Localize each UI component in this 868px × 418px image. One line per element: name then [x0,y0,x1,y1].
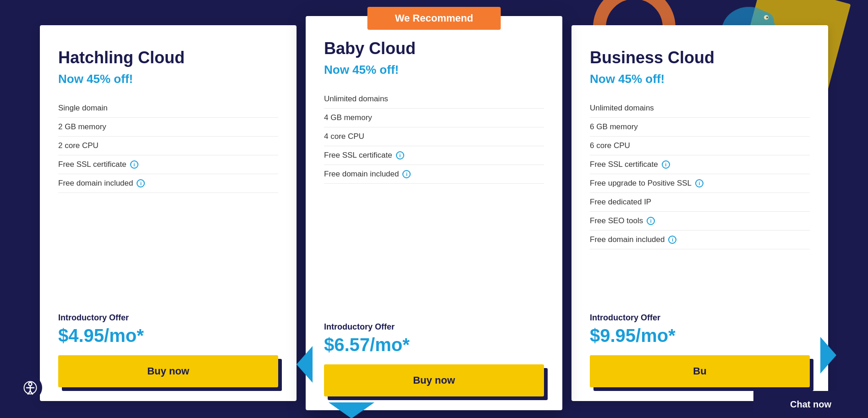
chat-now-bar[interactable]: Chat now [753,391,868,418]
feature-item: 4 GB memory [324,109,544,127]
info-icon[interactable]: i [662,160,670,169]
hatchling-pricing: Introductory Offer $4.95/mo* Buy now [58,304,278,387]
baby-features: Unlimited domains 4 GB memory 4 core CPU… [324,90,544,299]
business-button-wrapper: Bu [590,355,810,387]
feature-text: Free upgrade to Positive SSL [590,179,692,188]
feature-item: Single domain [58,99,278,118]
info-icon[interactable]: i [668,236,676,244]
info-icon[interactable]: i [137,179,145,187]
feature-text: Free domain included [590,235,665,244]
feature-text: Free dedicated IP [590,198,651,207]
feature-text: 2 GB memory [58,122,106,132]
info-icon[interactable]: i [695,179,703,187]
feature-item: Unlimited domains [590,99,810,118]
business-price: $9.95/mo* [590,325,810,346]
info-icon[interactable]: i [130,160,138,169]
feature-text: 4 GB memory [324,113,372,122]
feature-item: 6 GB memory [590,118,810,137]
baby-buy-button[interactable]: Buy now [324,364,544,396]
feature-item: 2 GB memory [58,118,278,137]
cards-container: Hatchling Cloud Now 45% off! Single doma… [0,0,868,410]
recommend-banner: We Recommend [368,7,501,30]
feature-item: Free SSL certificate i [590,155,810,174]
feature-text: 4 core CPU [324,132,364,141]
feature-text: Free domain included [58,179,133,188]
feature-text: Free SSL certificate [324,151,392,160]
feature-text: Free SEO tools [590,216,643,226]
card-business: Business Cloud Now 45% off! Unlimited do… [571,25,828,401]
hatchling-title: Hatchling Cloud [58,48,278,67]
info-icon[interactable]: i [396,151,404,160]
business-pricing: Introductory Offer $9.95/mo* Bu [590,304,810,387]
hatchling-discount: Now 45% off! [58,72,278,86]
deco-triangle-bottom [329,402,374,418]
feature-item: Free domain included i [58,174,278,193]
feature-item: 6 core CPU [590,137,810,155]
feature-item: Unlimited domains [324,90,544,109]
feature-item: 2 core CPU [58,137,278,155]
accessibility-icon [23,381,37,395]
feature-text: 6 GB memory [590,122,638,132]
baby-pricing: Introductory Offer $6.57/mo* Buy now [324,313,544,396]
deco-triangle-right [820,337,836,374]
baby-title: Baby Cloud [324,39,544,58]
business-title: Business Cloud [590,48,810,67]
business-buy-button[interactable]: Bu [590,355,810,387]
info-icon[interactable]: i [402,170,411,178]
feature-text: 2 core CPU [58,141,99,150]
feature-item: Free upgrade to Positive SSL i [590,174,810,193]
hatchling-price: $4.95/mo* [58,325,278,346]
page-wrapper: Hatchling Cloud Now 45% off! Single doma… [0,0,868,418]
feature-item: Free domain included i [590,231,810,249]
hatchling-features: Single domain 2 GB memory 2 core CPU Fre… [58,99,278,290]
feature-text: Free domain included [324,170,399,179]
business-features: Unlimited domains 6 GB memory 6 core CPU… [590,99,810,290]
baby-discount: Now 45% off! [324,63,544,77]
card-hatchling: Hatchling Cloud Now 45% off! Single doma… [40,25,297,401]
hatchling-buy-button[interactable]: Buy now [58,355,278,387]
feature-text: Free SSL certificate [590,160,658,169]
business-intro-label: Introductory Offer [590,313,810,323]
hatchling-button-wrapper: Buy now [58,355,278,387]
svg-point-4 [29,383,32,386]
business-discount: Now 45% off! [590,72,810,86]
baby-button-wrapper: Buy now [324,364,544,396]
feature-text: 6 core CPU [590,141,630,150]
feature-text: Unlimited domains [590,104,654,113]
baby-intro-label: Introductory Offer [324,322,544,332]
feature-item: Free domain included i [324,165,544,184]
feature-text: Unlimited domains [324,94,388,104]
hatchling-intro-label: Introductory Offer [58,313,278,323]
accessibility-button[interactable] [18,376,42,400]
feature-item: Free SEO tools i [590,212,810,231]
feature-item: Free SSL certificate i [58,155,278,174]
feature-text: Free SSL certificate [58,160,126,169]
feature-item: Free dedicated IP [590,193,810,212]
info-icon[interactable]: i [647,217,655,225]
deco-triangle-left [297,346,313,383]
baby-price: $6.57/mo* [324,335,544,355]
feature-item: 4 core CPU [324,127,544,146]
feature-item: Free SSL certificate i [324,146,544,165]
feature-text: Single domain [58,104,108,113]
card-baby: We Recommend Baby Cloud Now 45% off! Unl… [306,16,562,410]
